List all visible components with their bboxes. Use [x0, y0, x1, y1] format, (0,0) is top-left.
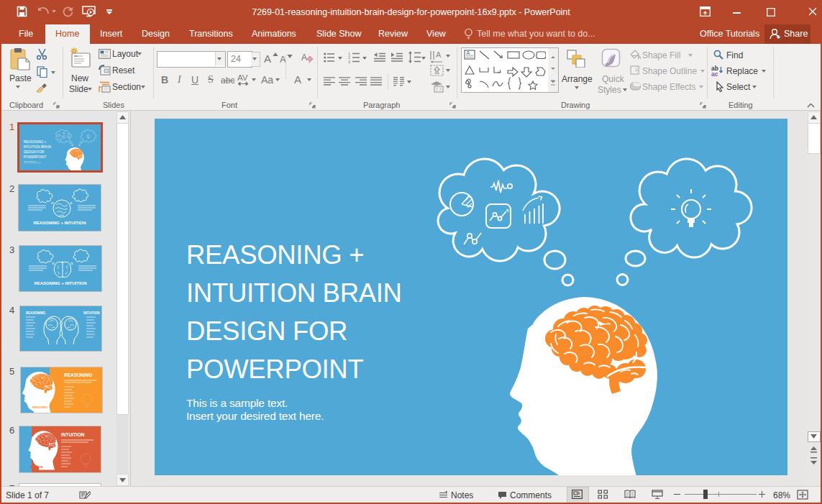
svg-text:REASONING + INTUITION: REASONING + INTUITION — [33, 221, 86, 225]
svg-text:A: A — [466, 50, 470, 56]
svg-text:A: A — [301, 52, 307, 63]
svg-text:REASONING: REASONING — [32, 406, 47, 409]
svg-text:3: 3 — [348, 60, 350, 64]
svg-text:INTUITION: INTUITION — [61, 432, 85, 437]
svg-text:A: A — [436, 50, 442, 59]
svg-text:ac: ac — [711, 70, 718, 76]
svg-text:REASONING: REASONING — [26, 311, 46, 315]
svg-text:INTUITION: INTUITION — [83, 311, 100, 315]
svg-text:INTUITION: INTUITION — [30, 466, 43, 469]
svg-text:REASONING: REASONING — [64, 372, 92, 377]
svg-text:REASONING + INTUITION: REASONING + INTUITION — [34, 281, 86, 285]
